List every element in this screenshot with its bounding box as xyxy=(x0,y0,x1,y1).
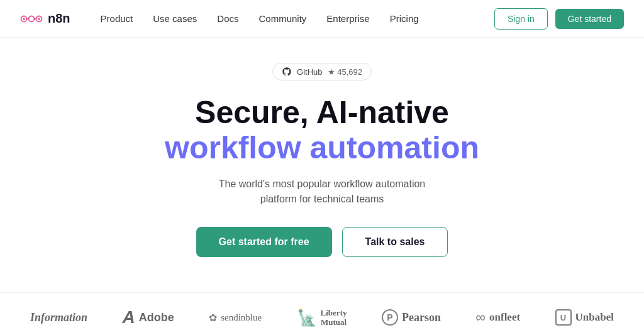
logo-unbabel: U Unbabel xyxy=(555,309,614,326)
svg-point-1 xyxy=(29,16,35,21)
logo-sendinblue: ✿ sendinblue xyxy=(209,312,262,324)
onfleet-icon: ∞ xyxy=(475,309,486,326)
unbabel-icon: U xyxy=(555,309,572,326)
nav-links: Product Use cases Docs Community Enterpr… xyxy=(101,13,494,24)
logo-adobe: A Adobe xyxy=(122,309,174,326)
logos-bar: Information A Adobe ✿ sendinblue 🗽 Liber… xyxy=(0,292,644,327)
github-icon xyxy=(282,67,292,77)
liberty-icon: 🗽 xyxy=(297,308,317,327)
signin-button[interactable]: Sign in xyxy=(494,8,548,30)
svg-point-6 xyxy=(38,18,40,20)
adobe-text: Adobe xyxy=(139,311,174,324)
github-stars: ★ 45,692 xyxy=(328,67,362,77)
logo-liberty: 🗽 LibertyMutual xyxy=(297,308,347,327)
hero-title-line1: Secure, AI-native xyxy=(195,96,449,130)
nav-product[interactable]: Product xyxy=(101,13,133,24)
hero-actions: Get started for free Talk to sales xyxy=(196,227,448,257)
pearson-icon: P xyxy=(382,309,398,326)
information-text: Information xyxy=(30,311,87,324)
liberty-text: LibertyMutual xyxy=(321,308,347,327)
getstarted-button[interactable]: Get started xyxy=(555,9,624,29)
adobe-icon: A xyxy=(122,309,135,326)
nav-pricing[interactable]: Pricing xyxy=(390,13,419,24)
onfleet-text: onfleet xyxy=(489,311,520,324)
hero-subtitle: The world's most popular workflow automa… xyxy=(203,177,441,207)
logo-icon xyxy=(20,13,43,25)
hero-section: GitHub ★ 45,692 Secure, AI-native workfl… xyxy=(0,38,644,292)
hero-cta-secondary[interactable]: Talk to sales xyxy=(342,227,448,257)
pearson-text: Pearson xyxy=(402,311,441,324)
logo[interactable]: n8n xyxy=(20,11,70,26)
sendinblue-icon: ✿ xyxy=(209,312,217,324)
logo-onfleet: ∞ onfleet xyxy=(475,309,520,326)
hero-title-line2: workflow automation xyxy=(165,130,479,167)
hero-cta-primary[interactable]: Get started for free xyxy=(196,227,332,257)
nav-enterprise[interactable]: Enterprise xyxy=(326,13,369,24)
github-badge[interactable]: GitHub ★ 45,692 xyxy=(272,63,372,80)
unbabel-text: Unbabel xyxy=(575,311,614,324)
logo-information: Information xyxy=(30,311,87,324)
nav-use-cases[interactable]: Use cases xyxy=(153,13,197,24)
nav-community[interactable]: Community xyxy=(258,13,306,24)
nav-actions: Sign in Get started xyxy=(494,8,624,30)
svg-point-5 xyxy=(23,18,25,20)
sendinblue-text: sendinblue xyxy=(221,312,262,323)
logo-pearson: P Pearson xyxy=(382,309,441,326)
github-label: GitHub xyxy=(297,67,322,77)
brand-name: n8n xyxy=(48,11,70,26)
nav-docs[interactable]: Docs xyxy=(217,13,238,24)
navbar: n8n Product Use cases Docs Community Ent… xyxy=(0,0,644,38)
